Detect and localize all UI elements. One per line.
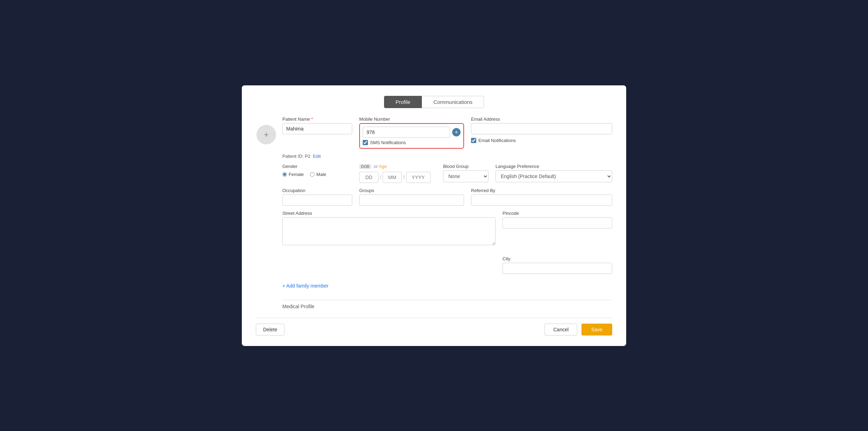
dob-input-row: / / — [359, 172, 436, 183]
sms-notifications-row: SMS Notifications — [363, 140, 461, 145]
street-address-label: Street Address — [282, 211, 496, 216]
patient-id-row: Patient ID: P2 Edit — [282, 154, 612, 159]
patient-id-text: Patient ID: P2 — [282, 154, 310, 159]
blood-group-group: Blood Group None A+ A- B+ B- O+ O- AB+ A… — [443, 164, 489, 182]
language-preference-group: Language Preference English (Practice De… — [496, 164, 612, 182]
pincode-input[interactable] — [502, 217, 612, 228]
email-notifications-row: Email Notifications — [471, 138, 612, 143]
dob-mm-input[interactable] — [383, 172, 402, 183]
add-phone-button[interactable]: + — [452, 128, 461, 136]
tab-communications[interactable]: Communications — [422, 96, 484, 108]
tab-profile[interactable]: Profile — [384, 96, 422, 108]
email-address-label: Email Address — [471, 116, 612, 122]
gender-male-radio[interactable] — [310, 172, 314, 177]
patient-name-label: Patient Name * — [282, 116, 352, 122]
plus-icon: + — [264, 130, 269, 140]
gender-female-label: Female — [289, 172, 304, 177]
medical-profile-label: Medical Profile — [282, 304, 612, 309]
pincode-label: Pincode — [502, 211, 612, 216]
footer: Delete Cancel Save — [256, 318, 612, 335]
sms-notifications-label: SMS Notifications — [370, 140, 406, 145]
language-preference-select[interactable]: English (Practice Default) Hindi Tamil T… — [496, 170, 612, 182]
dob-sep-2: / — [403, 175, 405, 180]
occupation-group: Occupation — [282, 188, 352, 206]
modal: Profile Communications + Patient Name * … — [242, 85, 626, 346]
referred-by-input[interactable] — [471, 195, 612, 206]
delete-button[interactable]: Delete — [256, 324, 284, 335]
form-body: + Patient Name * Mobile Number — [256, 116, 612, 309]
gender-group: Gender Female Male — [282, 164, 352, 177]
gender-male-option[interactable]: Male — [310, 172, 326, 177]
street-address-group: Street Address — [282, 211, 496, 245]
dob-group: DOB or Age / / — [359, 164, 436, 183]
section-divider — [282, 300, 612, 300]
sms-notifications-checkbox[interactable] — [363, 140, 368, 145]
row-2: Gender Female Male DOB — [282, 164, 612, 183]
row-4: Street Address Pincode City — [282, 211, 612, 274]
groups-group: Groups — [359, 188, 464, 206]
footer-right: Cancel Save — [544, 324, 612, 335]
patient-name-input[interactable] — [282, 123, 352, 134]
dob-or: or — [374, 164, 378, 169]
occupation-input[interactable] — [282, 195, 352, 206]
dob-age-link[interactable]: Age — [379, 164, 387, 169]
city-label: City — [502, 256, 612, 261]
dob-label: DOB or Age — [359, 164, 436, 169]
groups-label: Groups — [359, 188, 464, 193]
gender-label: Gender — [282, 164, 352, 169]
avatar-area: + — [256, 116, 277, 144]
referred-by-group: Referred By — [471, 188, 612, 206]
form-fields: Patient Name * Mobile Number + SMS Notif… — [282, 116, 612, 309]
mobile-number-input[interactable] — [363, 127, 450, 138]
dob-sep-1: / — [380, 175, 381, 180]
gender-male-label: Male — [316, 172, 326, 177]
mobile-highlighted-box: + SMS Notifications — [359, 123, 464, 149]
patient-name-group: Patient Name * — [282, 116, 352, 134]
add-family-member-link[interactable]: + Add family member — [282, 283, 328, 289]
blood-group-select[interactable]: None A+ A- B+ B- O+ O- AB+ AB- — [443, 170, 489, 182]
tab-bar: Profile Communications — [256, 96, 612, 108]
required-star: * — [311, 116, 313, 122]
occupation-label: Occupation — [282, 188, 352, 193]
city-group: City — [502, 256, 612, 274]
email-notifications-label: Email Notifications — [478, 138, 516, 143]
email-address-group: Email Address Email Notifications — [471, 116, 612, 143]
cancel-button[interactable]: Cancel — [544, 324, 577, 335]
gender-female-radio[interactable] — [282, 172, 287, 177]
groups-input[interactable] — [359, 195, 464, 206]
mobile-number-group: Mobile Number + SMS Notifications — [359, 116, 464, 149]
avatar-upload-button[interactable]: + — [256, 125, 276, 144]
save-button[interactable]: Save — [581, 324, 612, 335]
street-address-input[interactable] — [282, 217, 496, 245]
gender-radio-row: Female Male — [282, 172, 352, 177]
referred-by-label: Referred By — [471, 188, 612, 193]
email-notifications-checkbox[interactable] — [471, 138, 476, 143]
edit-patient-id-link[interactable]: Edit — [313, 154, 320, 159]
email-address-input[interactable] — [471, 123, 612, 134]
row-1: Patient Name * Mobile Number + SMS Notif… — [282, 116, 612, 149]
blood-group-label: Blood Group — [443, 164, 489, 169]
mobile-number-label: Mobile Number — [359, 116, 464, 122]
dob-dd-input[interactable] — [359, 172, 378, 183]
language-preference-label: Language Preference — [496, 164, 612, 169]
row-3: Occupation Groups Referred By — [282, 188, 612, 206]
dob-badge: DOB — [359, 164, 371, 169]
dob-yyyy-input[interactable] — [406, 172, 431, 183]
pincode-group: Pincode — [502, 211, 612, 253]
mobile-input-row: + — [363, 127, 461, 138]
gender-female-option[interactable]: Female — [282, 172, 304, 177]
city-input[interactable] — [502, 263, 612, 274]
